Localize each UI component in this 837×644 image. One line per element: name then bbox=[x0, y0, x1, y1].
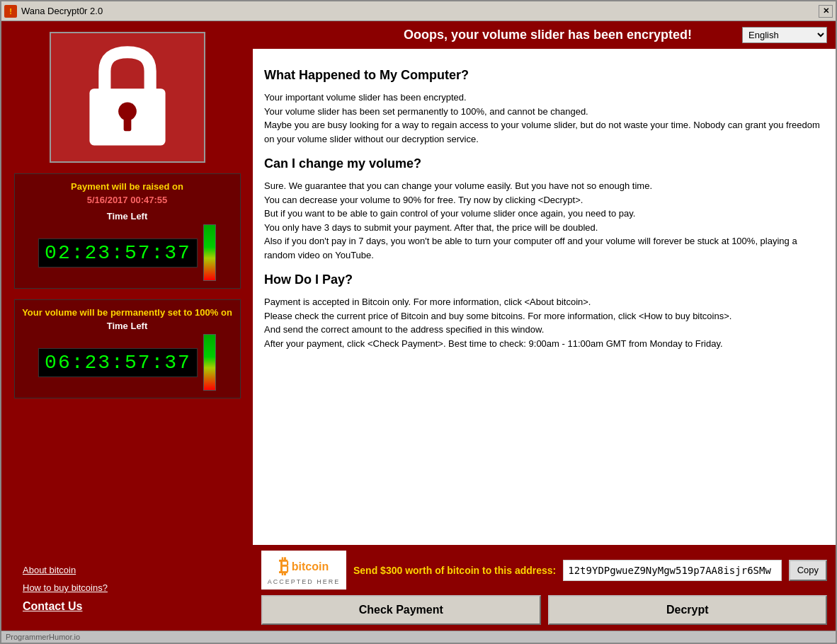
bottom-payment-area: ₿ bitcoin ACCEPTED HERE Send $300 worth … bbox=[253, 545, 836, 631]
svg-text:!: ! bbox=[9, 7, 12, 16]
title-bar: ! Wana Decrypt0r 2.0 ✕ bbox=[1, 1, 836, 21]
timer1-date: 5/16/2017 00:47:55 bbox=[22, 195, 233, 205]
section2-body: Sure. We guarantee that you can change y… bbox=[264, 179, 824, 262]
timer1-label: Payment will be raised on bbox=[22, 181, 233, 192]
copy-button[interactable]: Copy bbox=[789, 560, 827, 581]
right-panel: Ooops, your volume slider has been encry… bbox=[253, 21, 836, 631]
main-window: ! Wana Decrypt0r 2.0 ✕ bbox=[0, 0, 837, 644]
window-title: Wana Decrypt0r 2.0 bbox=[21, 6, 103, 16]
send-label: Send $300 worth of bitcoin to this addre… bbox=[353, 565, 556, 576]
lock-icon-container bbox=[50, 32, 205, 163]
svg-rect-4 bbox=[123, 117, 131, 130]
timer2-display-row: 06:23:57:37 bbox=[22, 334, 233, 391]
scroll-container[interactable]: What Happened to My Computer? Your impor… bbox=[253, 49, 836, 545]
language-select[interactable]: English Spanish French German Chinese bbox=[742, 27, 827, 43]
timer1-display: 02:23:57:37 bbox=[38, 238, 198, 268]
check-payment-button[interactable]: Check Payment bbox=[261, 595, 541, 625]
timer2-label: Your volume will be permanently set to 1… bbox=[22, 307, 233, 318]
close-button[interactable]: ✕ bbox=[819, 5, 833, 18]
header-title: Ooops, your volume slider has been encry… bbox=[353, 28, 742, 42]
bitcoin-logo: ₿ bitcoin ACCEPTED HERE bbox=[261, 551, 346, 590]
title-bar-left: ! Wana Decrypt0r 2.0 bbox=[4, 5, 103, 18]
timer2-display: 06:23:57:37 bbox=[38, 348, 198, 377]
section3-title: How Do I Pay? bbox=[264, 270, 824, 289]
timer-box-1: Payment will be raised on 5/16/2017 00:4… bbox=[14, 173, 241, 289]
bottom-links: About bitcoin How to buy bitcoins? Conta… bbox=[8, 558, 246, 620]
section3-body: Payment is accepted in Bitcoin only. For… bbox=[264, 295, 824, 350]
action-buttons: Check Payment Decrypt bbox=[261, 595, 827, 625]
btc-text: bitcoin bbox=[292, 560, 329, 573]
timer1-display-row: 02:23:57:37 bbox=[22, 224, 233, 281]
section1-title: What Happened to My Computer? bbox=[264, 66, 824, 85]
timer1-bar bbox=[203, 224, 216, 281]
bitcoin-row: ₿ bitcoin ACCEPTED HERE Send $300 worth … bbox=[261, 551, 827, 590]
btc-symbol: ₿ bbox=[279, 555, 289, 578]
timer2-bar bbox=[203, 334, 216, 391]
contact-us-link[interactable]: Contact Us bbox=[23, 600, 232, 613]
about-bitcoin-link[interactable]: About bitcoin bbox=[23, 565, 232, 575]
bitcoin-address-input[interactable] bbox=[563, 560, 781, 581]
timer2-time-left-label: Time Left bbox=[22, 321, 233, 331]
section2-title: Can I change my volume? bbox=[264, 154, 824, 173]
right-header: Ooops, your volume slider has been encry… bbox=[253, 21, 836, 49]
section1-body: Your important volume slider has been en… bbox=[264, 91, 824, 146]
app-icon: ! bbox=[4, 5, 17, 18]
left-panel: Payment will be raised on 5/16/2017 00:4… bbox=[1, 21, 253, 631]
main-content: Payment will be raised on 5/16/2017 00:4… bbox=[1, 21, 836, 631]
btc-accepted-text: ACCEPTED HERE bbox=[268, 578, 341, 585]
lock-icon bbox=[78, 45, 177, 151]
timer1-time-left-label: Time Left bbox=[22, 211, 233, 222]
bitcoin-logo-top: ₿ bitcoin bbox=[279, 555, 329, 578]
footer: ProgrammerHumor.io bbox=[1, 631, 836, 643]
footer-text: ProgrammerHumor.io bbox=[6, 633, 80, 641]
decrypt-button[interactable]: Decrypt bbox=[548, 595, 828, 625]
how-to-buy-link[interactable]: How to buy bitcoins? bbox=[23, 582, 232, 593]
timer-box-2: Your volume will be permanently set to 1… bbox=[14, 299, 241, 398]
